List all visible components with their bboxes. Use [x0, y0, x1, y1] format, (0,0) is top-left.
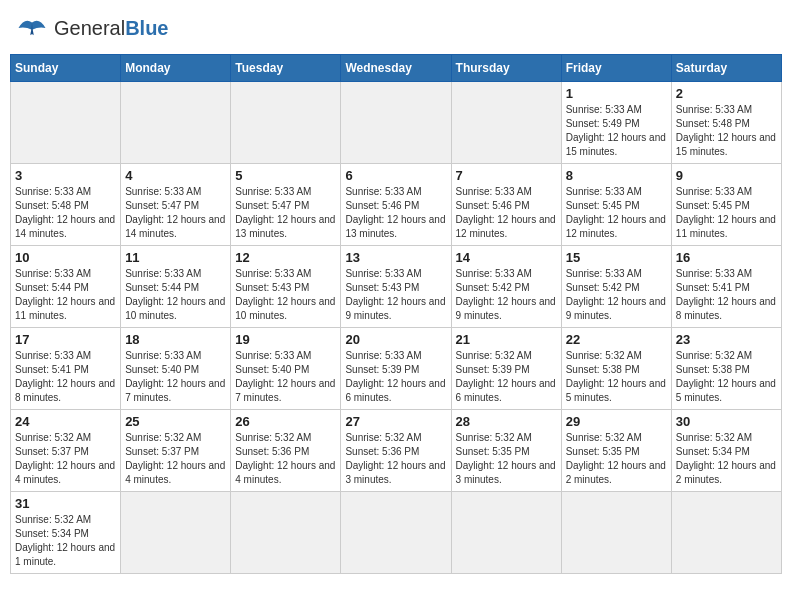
day-number: 1	[566, 86, 667, 101]
calendar-cell: 19Sunrise: 5:33 AM Sunset: 5:40 PM Dayli…	[231, 328, 341, 410]
day-number: 4	[125, 168, 226, 183]
day-info: Sunrise: 5:33 AM Sunset: 5:39 PM Dayligh…	[345, 349, 446, 405]
day-number: 16	[676, 250, 777, 265]
day-number: 9	[676, 168, 777, 183]
calendar-cell: 18Sunrise: 5:33 AM Sunset: 5:40 PM Dayli…	[121, 328, 231, 410]
calendar-cell: 22Sunrise: 5:32 AM Sunset: 5:38 PM Dayli…	[561, 328, 671, 410]
calendar-week-row: 17Sunrise: 5:33 AM Sunset: 5:41 PM Dayli…	[11, 328, 782, 410]
weekday-header-thursday: Thursday	[451, 55, 561, 82]
calendar-cell: 2Sunrise: 5:33 AM Sunset: 5:48 PM Daylig…	[671, 82, 781, 164]
calendar-cell: 20Sunrise: 5:33 AM Sunset: 5:39 PM Dayli…	[341, 328, 451, 410]
calendar-week-row: 1Sunrise: 5:33 AM Sunset: 5:49 PM Daylig…	[11, 82, 782, 164]
day-info: Sunrise: 5:32 AM Sunset: 5:37 PM Dayligh…	[15, 431, 116, 487]
calendar-cell: 24Sunrise: 5:32 AM Sunset: 5:37 PM Dayli…	[11, 410, 121, 492]
day-info: Sunrise: 5:32 AM Sunset: 5:36 PM Dayligh…	[345, 431, 446, 487]
day-info: Sunrise: 5:32 AM Sunset: 5:34 PM Dayligh…	[676, 431, 777, 487]
calendar-cell: 31Sunrise: 5:32 AM Sunset: 5:34 PM Dayli…	[11, 492, 121, 574]
day-number: 15	[566, 250, 667, 265]
weekday-header-sunday: Sunday	[11, 55, 121, 82]
day-number: 26	[235, 414, 336, 429]
calendar-cell	[341, 82, 451, 164]
calendar-cell	[121, 492, 231, 574]
day-number: 30	[676, 414, 777, 429]
day-number: 21	[456, 332, 557, 347]
calendar-cell	[451, 82, 561, 164]
weekday-header-friday: Friday	[561, 55, 671, 82]
calendar-cell	[121, 82, 231, 164]
calendar-cell: 17Sunrise: 5:33 AM Sunset: 5:41 PM Dayli…	[11, 328, 121, 410]
day-number: 18	[125, 332, 226, 347]
day-number: 10	[15, 250, 116, 265]
calendar-cell: 1Sunrise: 5:33 AM Sunset: 5:49 PM Daylig…	[561, 82, 671, 164]
day-number: 8	[566, 168, 667, 183]
day-info: Sunrise: 5:33 AM Sunset: 5:40 PM Dayligh…	[235, 349, 336, 405]
day-number: 24	[15, 414, 116, 429]
day-info: Sunrise: 5:33 AM Sunset: 5:48 PM Dayligh…	[15, 185, 116, 241]
logo-text: GeneralBlue	[54, 17, 169, 40]
day-number: 22	[566, 332, 667, 347]
calendar-cell	[231, 492, 341, 574]
weekday-header-monday: Monday	[121, 55, 231, 82]
calendar-week-row: 31Sunrise: 5:32 AM Sunset: 5:34 PM Dayli…	[11, 492, 782, 574]
day-number: 20	[345, 332, 446, 347]
day-info: Sunrise: 5:33 AM Sunset: 5:43 PM Dayligh…	[235, 267, 336, 323]
calendar-cell: 10Sunrise: 5:33 AM Sunset: 5:44 PM Dayli…	[11, 246, 121, 328]
day-info: Sunrise: 5:32 AM Sunset: 5:38 PM Dayligh…	[676, 349, 777, 405]
day-info: Sunrise: 5:33 AM Sunset: 5:44 PM Dayligh…	[125, 267, 226, 323]
calendar-cell: 8Sunrise: 5:33 AM Sunset: 5:45 PM Daylig…	[561, 164, 671, 246]
day-number: 2	[676, 86, 777, 101]
logo: GeneralBlue	[14, 10, 169, 46]
calendar-cell: 9Sunrise: 5:33 AM Sunset: 5:45 PM Daylig…	[671, 164, 781, 246]
day-info: Sunrise: 5:32 AM Sunset: 5:35 PM Dayligh…	[456, 431, 557, 487]
day-number: 7	[456, 168, 557, 183]
calendar-cell: 28Sunrise: 5:32 AM Sunset: 5:35 PM Dayli…	[451, 410, 561, 492]
day-info: Sunrise: 5:32 AM Sunset: 5:39 PM Dayligh…	[456, 349, 557, 405]
day-info: Sunrise: 5:33 AM Sunset: 5:43 PM Dayligh…	[345, 267, 446, 323]
day-number: 12	[235, 250, 336, 265]
day-number: 29	[566, 414, 667, 429]
calendar-cell: 23Sunrise: 5:32 AM Sunset: 5:38 PM Dayli…	[671, 328, 781, 410]
calendar-cell	[561, 492, 671, 574]
day-number: 14	[456, 250, 557, 265]
day-info: Sunrise: 5:32 AM Sunset: 5:34 PM Dayligh…	[15, 513, 116, 569]
calendar-cell	[11, 82, 121, 164]
day-info: Sunrise: 5:33 AM Sunset: 5:49 PM Dayligh…	[566, 103, 667, 159]
day-info: Sunrise: 5:32 AM Sunset: 5:36 PM Dayligh…	[235, 431, 336, 487]
day-info: Sunrise: 5:33 AM Sunset: 5:46 PM Dayligh…	[456, 185, 557, 241]
calendar-cell	[231, 82, 341, 164]
day-number: 13	[345, 250, 446, 265]
weekday-header-row: SundayMondayTuesdayWednesdayThursdayFrid…	[11, 55, 782, 82]
day-number: 25	[125, 414, 226, 429]
day-info: Sunrise: 5:32 AM Sunset: 5:37 PM Dayligh…	[125, 431, 226, 487]
calendar-cell: 14Sunrise: 5:33 AM Sunset: 5:42 PM Dayli…	[451, 246, 561, 328]
calendar-week-row: 3Sunrise: 5:33 AM Sunset: 5:48 PM Daylig…	[11, 164, 782, 246]
day-info: Sunrise: 5:33 AM Sunset: 5:42 PM Dayligh…	[456, 267, 557, 323]
calendar-cell: 21Sunrise: 5:32 AM Sunset: 5:39 PM Dayli…	[451, 328, 561, 410]
day-number: 23	[676, 332, 777, 347]
calendar-cell: 5Sunrise: 5:33 AM Sunset: 5:47 PM Daylig…	[231, 164, 341, 246]
day-number: 3	[15, 168, 116, 183]
day-info: Sunrise: 5:33 AM Sunset: 5:44 PM Dayligh…	[15, 267, 116, 323]
calendar-week-row: 10Sunrise: 5:33 AM Sunset: 5:44 PM Dayli…	[11, 246, 782, 328]
calendar-cell: 26Sunrise: 5:32 AM Sunset: 5:36 PM Dayli…	[231, 410, 341, 492]
weekday-header-tuesday: Tuesday	[231, 55, 341, 82]
calendar-cell: 4Sunrise: 5:33 AM Sunset: 5:47 PM Daylig…	[121, 164, 231, 246]
calendar-cell	[671, 492, 781, 574]
calendar-cell: 11Sunrise: 5:33 AM Sunset: 5:44 PM Dayli…	[121, 246, 231, 328]
day-number: 6	[345, 168, 446, 183]
calendar-cell: 15Sunrise: 5:33 AM Sunset: 5:42 PM Dayli…	[561, 246, 671, 328]
calendar-cell	[341, 492, 451, 574]
weekday-header-wednesday: Wednesday	[341, 55, 451, 82]
calendar-cell: 3Sunrise: 5:33 AM Sunset: 5:48 PM Daylig…	[11, 164, 121, 246]
calendar-table: SundayMondayTuesdayWednesdayThursdayFrid…	[10, 54, 782, 574]
calendar-cell: 12Sunrise: 5:33 AM Sunset: 5:43 PM Dayli…	[231, 246, 341, 328]
calendar-cell: 29Sunrise: 5:32 AM Sunset: 5:35 PM Dayli…	[561, 410, 671, 492]
day-info: Sunrise: 5:33 AM Sunset: 5:48 PM Dayligh…	[676, 103, 777, 159]
day-info: Sunrise: 5:33 AM Sunset: 5:46 PM Dayligh…	[345, 185, 446, 241]
calendar-week-row: 24Sunrise: 5:32 AM Sunset: 5:37 PM Dayli…	[11, 410, 782, 492]
logo-icon	[14, 10, 50, 46]
day-info: Sunrise: 5:33 AM Sunset: 5:47 PM Dayligh…	[125, 185, 226, 241]
day-number: 28	[456, 414, 557, 429]
calendar-cell: 6Sunrise: 5:33 AM Sunset: 5:46 PM Daylig…	[341, 164, 451, 246]
calendar-cell: 13Sunrise: 5:33 AM Sunset: 5:43 PM Dayli…	[341, 246, 451, 328]
